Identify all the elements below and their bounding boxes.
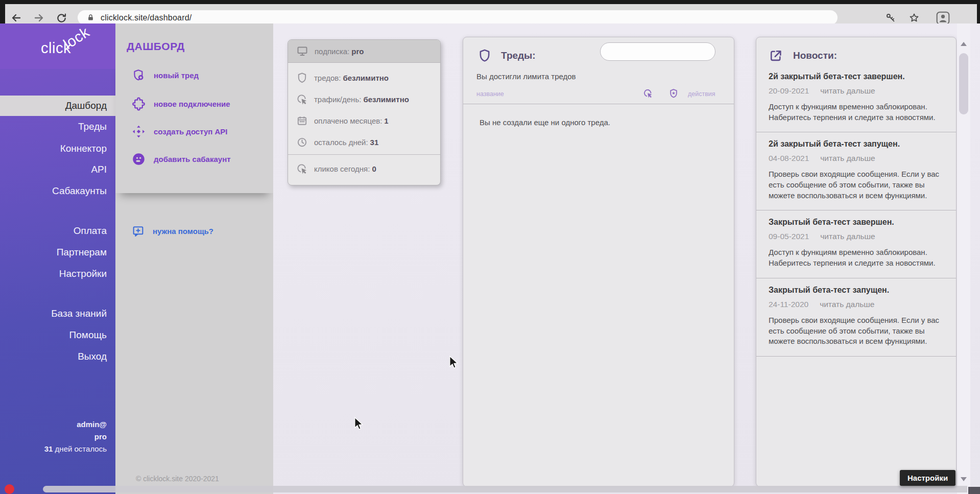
news-item: Закрытый бета-тест завершен. 09-05-2021ч… <box>756 210 956 278</box>
sidebar-item-dashboard[interactable]: Дашборд <box>0 96 115 116</box>
sidebar-item-partners[interactable]: Партнерам <box>0 242 115 263</box>
click-icon <box>643 88 653 99</box>
news-item-title: 2й закрытый бета-тест завершен. <box>769 72 943 81</box>
read-more-link[interactable]: читать дальше <box>820 300 874 309</box>
video-progress-bar[interactable] <box>43 486 967 492</box>
sidebar-item-subaccounts[interactable]: Сабакаунты <box>0 181 115 201</box>
back-button[interactable] <box>9 11 23 25</box>
copyright-footer: © clicklock.site 2020-2021 <box>136 475 219 483</box>
calendar-icon <box>296 115 308 127</box>
news-item-body: Проверь свои входящие сообщения. Если у … <box>769 315 943 347</box>
need-help-link[interactable]: нужна помощь? <box>132 225 213 238</box>
back-icon <box>10 12 22 24</box>
news-item-title: Закрытый бета-тест завершен. <box>769 218 943 227</box>
subscription-header-row: подписка:pro <box>288 40 440 63</box>
news-item-date: 04-08-2021 <box>769 154 809 163</box>
search-input[interactable] <box>601 48 713 56</box>
browser-toolbar: clicklock.site/dashboard/ <box>0 4 980 23</box>
account-email: admin@ <box>0 420 115 429</box>
url-text: clicklock.site/dashboard/ <box>101 13 192 22</box>
chat-plus-icon <box>132 225 145 238</box>
subscription-row-traffic: трафик/день:безлимитно <box>288 88 440 110</box>
new-connection-button[interactable]: новое подключение <box>132 97 230 111</box>
news-header: Новости: <box>756 37 956 65</box>
key-icon <box>885 12 896 23</box>
settings-tooltip: Настройки <box>900 470 955 486</box>
reload-button[interactable] <box>54 11 68 25</box>
move-arrows-icon <box>132 125 146 138</box>
news-item-body: Проверь свои входящие сообщения. Если у … <box>769 169 943 201</box>
read-more-link[interactable]: читать дальше <box>820 86 875 96</box>
sidebar-item-api[interactable]: API <box>0 159 115 180</box>
clock-icon <box>296 136 308 148</box>
scroll-up-icon[interactable] <box>961 42 967 46</box>
avatar-icon <box>936 11 950 25</box>
news-item: 2й закрытый бета-тест запущен. 04-08-202… <box>756 132 956 210</box>
sidebar-item-settings[interactable]: Настройки <box>0 264 115 284</box>
news-item-body: Доступ к функциям временно заблокирован.… <box>769 247 943 268</box>
scrollbar-thumb[interactable] <box>959 53 968 114</box>
scroll-down-icon[interactable] <box>961 477 967 481</box>
action-label: создать доступ API <box>154 127 228 136</box>
video-progress-dot[interactable] <box>5 484 14 494</box>
news-item: 2й закрытый бета-тест завершен. 20-09-20… <box>756 65 956 132</box>
threads-columns-row: название действия <box>463 88 734 102</box>
profile-avatar-button[interactable] <box>936 11 950 25</box>
external-link-icon <box>769 49 783 63</box>
bookmark-star-button[interactable] <box>907 11 921 25</box>
main-content: подписка:pro тредов:безлимитно трафик/де… <box>273 23 980 494</box>
read-more-link[interactable]: читать дальше <box>820 154 875 163</box>
create-api-access-button[interactable]: создать доступ API <box>132 125 228 138</box>
dashboard-menu-column: ДАШБОРД новый тред новое подключение соз… <box>115 23 273 494</box>
mouse-cursor <box>353 417 365 432</box>
column-name[interactable]: название <box>476 90 504 98</box>
shield-icon <box>477 49 492 63</box>
account-days-left: 31 дней осталось <box>0 444 115 453</box>
password-key-button[interactable] <box>883 11 898 25</box>
page: clicklock.site/dashboard/ clicklock Дашб… <box>0 0 980 494</box>
shield-star-icon <box>668 88 679 99</box>
subscription-label: подписка: <box>315 47 349 56</box>
news-panel: Новости: 2й закрытый бета-тест завершен.… <box>756 37 957 487</box>
new-thread-button[interactable]: новый тред <box>132 68 199 82</box>
clicks-column-button[interactable] <box>643 88 653 101</box>
star-icon <box>909 12 920 23</box>
forward-button[interactable] <box>32 11 46 25</box>
news-item-date: 20-09-2021 <box>769 86 809 96</box>
subscription-row-days-left: осталось дней:31 <box>288 131 440 153</box>
subscription-row-clicks-today: кликов сегодня:0 <box>288 155 440 182</box>
page-scrollbar[interactable] <box>957 23 970 494</box>
sidebar-item-payment[interactable]: Оплата <box>0 221 115 241</box>
reload-icon <box>56 12 67 24</box>
column-actions[interactable]: действия <box>688 90 715 98</box>
action-label: новый тред <box>154 71 199 80</box>
shield-column-button[interactable] <box>668 88 679 101</box>
monitor-icon <box>296 45 308 57</box>
sidebar-item-help[interactable]: Помощь <box>0 325 115 345</box>
divider <box>463 104 734 104</box>
threads-panel: Треды: Вы достигли лимита тредов названи… <box>463 37 734 487</box>
window-right-edge <box>977 0 980 23</box>
sidebar-item-connector[interactable]: Коннектор <box>0 138 115 159</box>
support-person-icon <box>132 152 146 166</box>
clicklock-logo: clicklock <box>41 40 98 57</box>
threads-header: Треды: <box>477 49 536 63</box>
sidebar-item-logout[interactable]: Выход <box>0 346 115 367</box>
threads-title: Треды: <box>501 50 536 61</box>
forward-icon <box>33 12 45 24</box>
window-left-edge <box>0 0 5 23</box>
mouse-cursor <box>448 356 460 371</box>
action-label: новое подключение <box>154 100 230 108</box>
sidebar-item-threads[interactable]: Треды <box>0 116 115 137</box>
bottom-right-corner <box>968 487 980 494</box>
read-more-link[interactable]: читать дальше <box>820 232 875 241</box>
sidebar-item-knowledge-base[interactable]: База знаний <box>0 303 115 324</box>
logo-block[interactable]: clicklock <box>0 23 115 69</box>
window-top-edge <box>0 0 980 4</box>
news-item-date: 09-05-2021 <box>769 232 809 241</box>
puzzle-icon <box>132 97 146 111</box>
url-bar[interactable]: clicklock.site/dashboard/ <box>78 10 838 25</box>
add-subaccount-button[interactable]: добавить сабакаунт <box>132 152 231 166</box>
threads-empty-message: Вы не создали еще ни одного треда. <box>480 118 610 127</box>
shield-plus-icon <box>132 68 146 82</box>
